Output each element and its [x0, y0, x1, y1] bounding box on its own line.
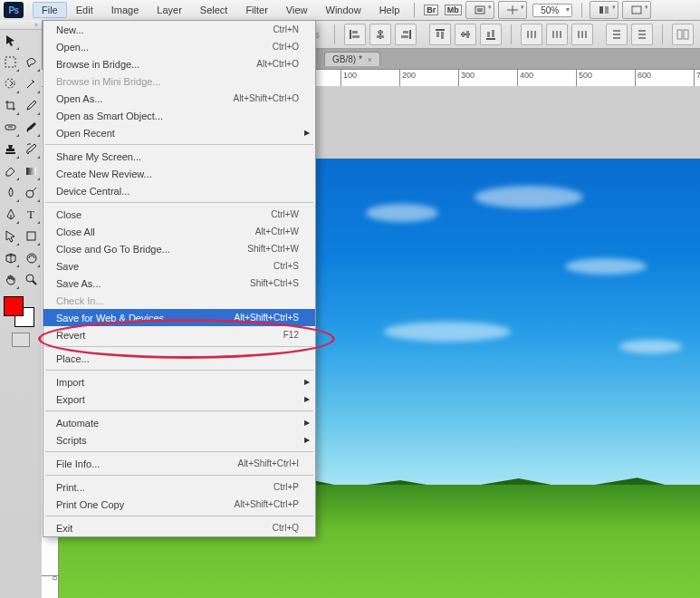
bridge-launch-icon[interactable]: Br	[421, 1, 441, 19]
align-hcenter-icon[interactable]	[369, 24, 391, 45]
distribute-vcenter-icon[interactable]	[631, 24, 653, 45]
menu-item-save[interactable]: SaveCtrl+S	[43, 257, 315, 275]
file-menu-dropdown: New...Ctrl+N Open...Ctrl+O Browse in Bri…	[43, 20, 316, 537]
menu-layer[interactable]: Layer	[148, 2, 191, 18]
quickmask-toggle[interactable]	[0, 333, 42, 347]
menu-item-scripts[interactable]: Scripts▶	[43, 431, 315, 448]
svg-rect-1	[477, 8, 483, 12]
menu-item-import[interactable]: Import▶	[43, 373, 315, 391]
menu-item-print[interactable]: Print...Ctrl+P	[43, 478, 315, 496]
color-swatches[interactable]	[4, 296, 34, 327]
menu-item-exit[interactable]: ExitCtrl+Q	[43, 519, 315, 536]
menu-item-file-info[interactable]: File Info...Alt+Shift+Ctrl+I	[43, 455, 315, 472]
menu-select[interactable]: Select	[191, 2, 237, 18]
app-logo: Ps	[4, 2, 24, 18]
brush-tool-icon[interactable]	[21, 117, 42, 139]
marquee-tool-icon[interactable]	[0, 52, 21, 73]
align-bottom-icon[interactable]	[480, 24, 502, 45]
menu-image[interactable]: Image	[102, 2, 149, 18]
view-guides-dropdown[interactable]	[498, 1, 527, 19]
arrange-docs-dropdown[interactable]	[590, 1, 618, 19]
svg-rect-21	[466, 31, 469, 38]
path-select-tool-icon[interactable]	[0, 226, 21, 247]
menu-item-share-screen[interactable]: Share My Screen...	[43, 148, 315, 165]
lasso-tool-icon[interactable]	[21, 52, 42, 73]
menu-item-check-in[interactable]: Check In...	[43, 292, 315, 309]
dodge-tool-icon[interactable]	[21, 182, 42, 204]
quickselect-tool-icon[interactable]	[0, 73, 21, 95]
zoom-level[interactable]: 50%	[532, 4, 572, 17]
menu-view[interactable]: View	[277, 2, 317, 18]
gradient-tool-icon[interactable]	[21, 160, 42, 182]
separator	[414, 3, 415, 17]
auto-align-icon[interactable]	[672, 24, 694, 45]
menu-filter[interactable]: Filter	[236, 2, 276, 18]
svg-rect-40	[677, 30, 682, 39]
menu-item-save-as[interactable]: Save As...Shift+Ctrl+S	[43, 275, 315, 292]
magicwand-tool-icon[interactable]	[21, 73, 42, 95]
menu-item-open[interactable]: Open...Ctrl+O	[43, 38, 315, 55]
menubar: Ps File Edit Image Layer Select Filter V…	[0, 0, 700, 21]
svg-rect-9	[352, 35, 360, 38]
foreground-color[interactable]	[4, 296, 24, 316]
healing-tool-icon[interactable]	[0, 117, 21, 139]
menu-item-new-review[interactable]: Create New Review...	[43, 165, 315, 182]
3dcamera-tool-icon[interactable]	[21, 247, 42, 269]
move-tool-icon[interactable]	[0, 30, 21, 52]
zoom-tool-icon[interactable]	[21, 269, 42, 291]
distribute-top-icon[interactable]	[606, 24, 628, 45]
align-right-icon[interactable]	[395, 24, 417, 45]
close-tab-icon[interactable]: ×	[368, 55, 372, 64]
menu-item-revert[interactable]: RevertF12	[43, 326, 315, 343]
svg-rect-18	[441, 32, 444, 39]
document-tab[interactable]: GB/8) * ×	[324, 52, 380, 66]
view-extras-dropdown[interactable]	[465, 1, 494, 19]
menu-item-close[interactable]: CloseCtrl+W	[43, 206, 315, 223]
menu-item-open-smart[interactable]: Open as Smart Object...	[43, 107, 315, 124]
menu-item-print-one[interactable]: Print One CopyAlt+Shift+Ctrl+P	[43, 496, 315, 513]
menu-item-close-all[interactable]: Close AllAlt+Ctrl+W	[43, 223, 315, 240]
menu-item-device-central[interactable]: Device Central...	[43, 182, 315, 199]
stamp-tool-icon[interactable]	[0, 139, 21, 160]
hand-tool-icon[interactable]	[0, 269, 21, 291]
svg-rect-23	[487, 32, 490, 37]
align-top-icon[interactable]	[429, 24, 451, 45]
screenmode-dropdown[interactable]	[622, 1, 651, 19]
pen-tool-icon[interactable]	[0, 204, 21, 226]
align-vcenter-icon[interactable]	[455, 24, 476, 45]
blur-tool-icon[interactable]	[0, 182, 21, 204]
minibridge-icon[interactable]: Mb	[443, 1, 463, 19]
menu-item-open-as[interactable]: Open As...Alt+Shift+Ctrl+O	[43, 90, 315, 107]
menu-edit[interactable]: Edit	[67, 2, 102, 18]
align-left-icon[interactable]	[344, 24, 366, 45]
distribute-hcenter-icon[interactable]	[546, 24, 568, 45]
photoshop-window: Ps File Edit Image Layer Select Filter V…	[0, 0, 700, 598]
menu-item-close-bridge[interactable]: Close and Go To Bridge...Shift+Ctrl+W	[43, 240, 315, 257]
svg-rect-28	[552, 31, 554, 38]
distribute-right-icon[interactable]	[571, 24, 593, 45]
menu-item-export[interactable]: Export▶	[43, 391, 315, 408]
eraser-tool-icon[interactable]	[0, 160, 21, 182]
menu-item-save-for-web[interactable]: Save for Web & Devices...Alt+Shift+Ctrl+…	[43, 309, 315, 326]
svg-point-52	[26, 275, 34, 282]
eyedropper-tool-icon[interactable]	[21, 95, 42, 117]
svg-rect-39	[638, 37, 646, 39]
menu-file[interactable]: File	[33, 2, 67, 18]
menu-item-browse-minibridge[interactable]: Browse in Mini Bridge...	[43, 72, 315, 90]
crop-tool-icon[interactable]	[0, 95, 21, 117]
distribute-left-icon[interactable]	[521, 24, 542, 45]
menu-window[interactable]: Window	[317, 2, 370, 18]
menu-item-browse-bridge[interactable]: Browse in Bridge...Alt+Ctrl+O	[43, 55, 315, 72]
type-tool-icon[interactable]: T	[21, 204, 42, 226]
menu-help[interactable]: Help	[370, 2, 409, 18]
menu-item-place[interactable]: Place...	[43, 350, 315, 367]
shape-tool-icon[interactable]	[21, 226, 42, 247]
3d-tool-icon[interactable]	[0, 247, 21, 269]
menu-item-open-recent[interactable]: Open Recent▶	[43, 124, 315, 141]
menu-item-automate[interactable]: Automate▶	[43, 414, 315, 431]
svg-rect-34	[613, 30, 620, 32]
menu-item-new[interactable]: New...Ctrl+N	[43, 21, 315, 38]
history-brush-tool-icon[interactable]	[21, 139, 42, 160]
svg-rect-20	[462, 32, 465, 37]
tools-panel-grip[interactable]: »	[0, 20, 42, 30]
